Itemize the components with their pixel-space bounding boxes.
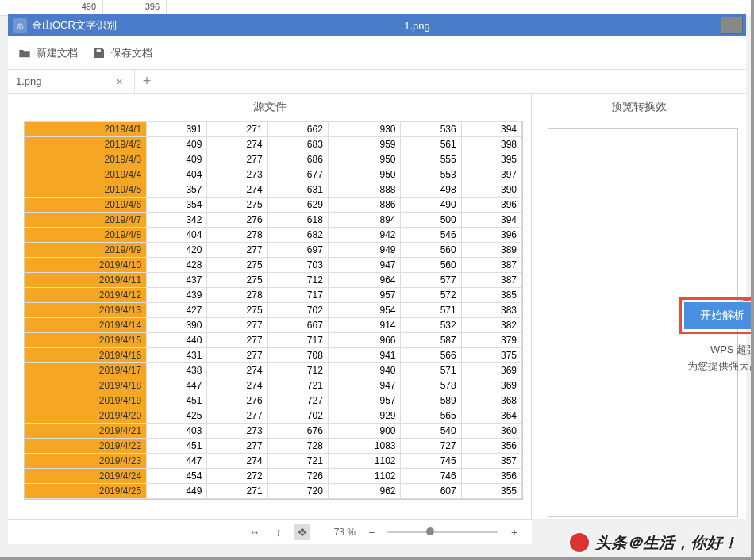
window-title: 1.png <box>117 20 717 32</box>
watermark: 头条＠生活，你好！ <box>568 531 738 554</box>
table-row: 2019/4/244542727261102746356 <box>25 469 522 484</box>
preview-box: 开始解析 WPS 超强云 为您提供强大高效、快 <box>548 128 738 517</box>
status-bar: ↔ ↕ ✥ 73 % − + <box>8 519 532 544</box>
source-header: 源文件 <box>8 94 531 121</box>
table-row: 2019/4/17438274712940571369 <box>25 363 522 378</box>
title-bar: ◎ 金山OCR文字识别 1.png <box>8 14 746 36</box>
table-row: 2019/4/10428275703947560387 <box>25 258 522 273</box>
table-row: 2019/4/19451276727957589368 <box>25 393 522 408</box>
table-row: 2019/4/14390277667914532382 <box>25 318 522 333</box>
background-spreadsheet: 490 396 <box>0 0 754 16</box>
main-panels: 源文件 2019/4/13912716629305363942019/4/240… <box>8 94 746 519</box>
source-panel: 源文件 2019/4/13912716629305363942019/4/240… <box>8 94 532 519</box>
start-convert-button[interactable]: 开始解析 <box>684 302 754 329</box>
toolbar: 新建文档 保存文档 <box>8 36 746 70</box>
promo-text: WPS 超强云 为您提供强大高效、快 <box>687 342 754 375</box>
table-row: 2019/4/7342276618894500394 <box>25 213 522 228</box>
table-row: 2019/4/9420277697949560389 <box>25 243 522 258</box>
table-row: 2019/4/21403273676900540360 <box>25 424 522 439</box>
tab-active[interactable]: 1.png × <box>8 70 135 93</box>
zoom-in-button[interactable]: + <box>506 524 522 540</box>
save-doc-label: 保存文档 <box>111 46 152 60</box>
table-row: 2019/4/5357274631888498390 <box>25 182 522 198</box>
tab-label: 1.png <box>16 75 42 87</box>
table-row: 2019/4/6354275629886490396 <box>25 198 522 213</box>
table-row: 2019/4/2409274683959561398 <box>25 137 522 152</box>
source-view[interactable]: 2019/4/13912716629305363942019/4/2409274… <box>8 121 531 519</box>
table-row: 2019/4/18447274721947578369 <box>25 378 522 393</box>
new-doc-button[interactable]: 新建文档 <box>17 46 78 60</box>
table-row: 2019/4/3409277686950555395 <box>25 152 522 167</box>
add-tab-button[interactable]: + <box>135 73 160 90</box>
new-doc-label: 新建文档 <box>37 46 78 60</box>
table-row: 2019/4/12439278717957572385 <box>25 288 522 303</box>
convert-callout: 开始解析 <box>679 297 754 334</box>
app-icon: ◎ <box>13 18 27 33</box>
table-row: 2019/4/1391271662930536394 <box>25 122 522 137</box>
table-row: 2019/4/20425277702929565364 <box>25 408 522 424</box>
zoom-value: 73 % <box>334 527 356 538</box>
move-icon[interactable]: ✥ <box>294 524 310 540</box>
save-doc-button[interactable]: 保存文档 <box>92 46 152 60</box>
preview-panel: 预览转换效 开始解析 WPS 超强云 为您提供强大高效、快 <box>532 94 746 519</box>
table-row: 2019/4/25449271720962607355 <box>25 484 522 499</box>
app-title: 金山OCR文字识别 <box>32 18 117 33</box>
zoom-slider[interactable] <box>387 531 498 533</box>
table-row: 2019/4/8404278682942546396 <box>25 228 522 243</box>
preview-header: 预览转换效 <box>532 94 746 121</box>
avatar[interactable] <box>721 17 743 34</box>
source-table: 2019/4/13912716629305363942019/4/2409274… <box>25 121 522 499</box>
table-row: 2019/4/15440277717966587379 <box>25 333 522 348</box>
arrow-horizontal-icon[interactable]: ↔ <box>247 524 263 540</box>
table-row: 2019/4/4404273677950553397 <box>25 167 522 182</box>
zoom-out-button[interactable]: − <box>364 524 379 540</box>
table-row: 2019/4/11437275712964577387 <box>25 273 522 288</box>
folder-open-icon <box>17 47 32 59</box>
arrow-vertical-icon[interactable]: ↕ <box>271 524 287 540</box>
table-row: 2019/4/13427275702954571383 <box>25 303 522 318</box>
close-icon[interactable]: × <box>113 75 126 88</box>
tab-bar: 1.png × + <box>8 70 746 94</box>
save-icon <box>92 47 106 59</box>
table-row: 2019/4/224512777281083727356 <box>25 439 522 454</box>
table-row: 2019/4/234472747211102745357 <box>25 454 522 469</box>
watermark-logo-icon <box>568 531 591 554</box>
table-row: 2019/4/16431277708941566375 <box>25 348 522 363</box>
